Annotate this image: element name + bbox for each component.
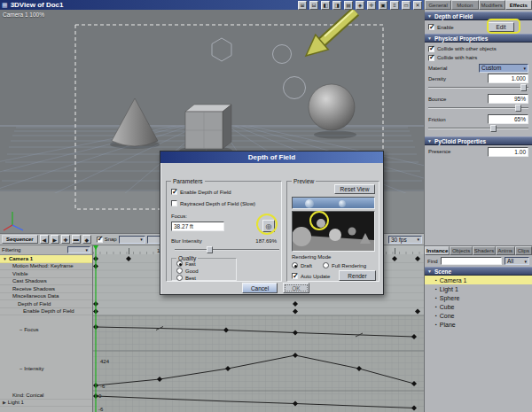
key-mode-button[interactable]: ◆ — [82, 235, 91, 244]
cancel-button[interactable]: Cancel — [242, 283, 278, 293]
draft-radio[interactable] — [292, 262, 298, 268]
scene-item-cube[interactable]: ▪ Cube — [425, 302, 532, 311]
tab-instance[interactable]: Instance — [425, 246, 450, 255]
toolbar-button[interactable]: ◨ — [332, 1, 341, 10]
presence-input[interactable]: 1.00 — [488, 147, 528, 157]
section-physical-properties[interactable]: ▼ Physical Properties — [425, 34, 532, 43]
dialog-titlebar[interactable]: Depth of Field — [160, 152, 383, 163]
snap-checkbox[interactable] — [97, 237, 103, 243]
tab-motion[interactable]: Motion — [451, 0, 478, 10]
forward-button[interactable]: ▶ — [51, 235, 59, 244]
bounce-input[interactable]: 95% — [488, 94, 528, 104]
filter-dropdown[interactable]: All ▾ — [505, 257, 529, 265]
tree-item[interactable]: Motion Method: Keyframe — [0, 263, 92, 271]
delete-key-button[interactable]: ▬ — [72, 235, 81, 244]
blur-intensity-slider[interactable] — [175, 246, 279, 253]
scene-item-light[interactable]: ▪ Light 1 — [425, 284, 532, 293]
close-button[interactable]: ✕ — [413, 1, 422, 10]
main-titlebar[interactable]: ▦ 3DView of Doc1 ⊞ ⊟ ◧ ◨ ▤ ◈ ✛ ▣ ≡ ▭ ✕ — [0, 0, 424, 10]
enable-dof-checkbox[interactable] — [171, 189, 177, 195]
good-radio[interactable] — [176, 268, 183, 274]
scene-item-camera[interactable]: ▪ Camera 1 — [425, 276, 532, 284]
tab-sequencer[interactable]: Sequencer — [2, 235, 38, 244]
toolbar-button[interactable]: ◧ — [321, 1, 330, 10]
track-label-intensity[interactable]: − Intensity — [20, 366, 44, 371]
focus-graph[interactable] — [93, 315, 424, 351]
tab-objects[interactable]: Objects — [450, 246, 473, 255]
filtering-row[interactable]: Filtering ▾ — [0, 245, 92, 255]
tree-item[interactable]: Receive Shadows — [0, 285, 92, 293]
full-rendering-option[interactable]: Full Rendering — [323, 262, 366, 268]
sphere-object[interactable] — [309, 84, 355, 130]
tab-anims[interactable]: Anims — [496, 246, 515, 255]
focus-picker-button[interactable]: ◎ — [262, 220, 275, 232]
section-pycloid-properties[interactable]: ▼ PyCloid Properties — [425, 136, 532, 145]
tab-general[interactable]: General — [425, 0, 451, 10]
raytraced-checkbox[interactable] — [171, 200, 177, 206]
tree-item[interactable]: Enable Depth of Field — [0, 308, 92, 316]
draft-option[interactable]: Draft — [292, 262, 312, 268]
collide-hairs-checkbox[interactable] — [428, 55, 434, 61]
filtering-dropdown[interactable]: ▾ — [67, 246, 90, 253]
toolbar-button[interactable]: ▤ — [344, 1, 353, 10]
reset-view-button[interactable]: Reset View — [334, 184, 375, 194]
tab-clips[interactable]: Clips — [515, 246, 532, 255]
edit-dof-button[interactable]: Edit — [488, 22, 514, 32]
toolbar-button[interactable]: ⊞ — [298, 1, 307, 10]
chevron-collapsed-icon[interactable]: ▶ — [3, 400, 6, 405]
bounce-slider[interactable] — [428, 105, 528, 112]
tree-item-kind[interactable]: Kind: Conical — [0, 392, 92, 400]
slider-thumb[interactable] — [515, 105, 521, 112]
tab-effects[interactable]: Effects — [505, 0, 532, 10]
preview-thumbnail-strip[interactable] — [292, 197, 375, 209]
mode-dropdown[interactable]: ▾ — [119, 236, 145, 244]
material-dropdown[interactable]: Custom ▾ — [479, 64, 528, 73]
ok-button[interactable]: OK — [283, 283, 309, 293]
section-depth-of-field[interactable]: ▼ Depth of Field — [425, 12, 532, 20]
scene-item-cone[interactable]: ▪ Cone — [425, 311, 532, 320]
auto-update-checkbox[interactable] — [292, 273, 298, 279]
tree-item-camera[interactable]: ▼ Camera 1 — [0, 255, 92, 263]
collapse-icon[interactable]: − — [20, 327, 23, 332]
render-button[interactable]: Render — [339, 270, 376, 281]
track-label-focus[interactable]: − Focus — [20, 327, 39, 332]
scene-item-sphere[interactable]: ▪ Sphere — [425, 293, 532, 302]
tree-item-light[interactable]: ▶ Light 1 — [0, 400, 92, 408]
density-slider[interactable] — [428, 84, 528, 91]
preview-render-image[interactable] — [292, 211, 375, 252]
slider-thumb[interactable] — [520, 84, 527, 91]
rewind-button[interactable]: ◀ — [40, 235, 49, 244]
slider-thumb[interactable] — [207, 246, 213, 253]
friction-slider[interactable] — [428, 125, 528, 132]
add-key-button[interactable]: ✚ — [61, 235, 70, 244]
best-radio[interactable] — [176, 275, 183, 281]
scene-item-plane[interactable]: ▪ Plane — [425, 320, 532, 329]
toolbar-button[interactable]: ◈ — [356, 1, 364, 10]
slider-thumb[interactable] — [490, 125, 497, 132]
collide-objects-checkbox[interactable] — [428, 46, 434, 52]
tree-item[interactable]: Cast Shadows — [0, 278, 92, 286]
full-rendering-radio[interactable] — [323, 262, 329, 268]
quality-good-option[interactable]: Good — [176, 268, 199, 274]
focus-input[interactable]: 38.27 ft — [171, 222, 224, 231]
collapse-icon[interactable]: − — [20, 366, 23, 371]
minimize-button[interactable]: ▭ — [402, 1, 411, 10]
toolbar-button[interactable]: ≡ — [390, 1, 399, 10]
tree-item[interactable]: Visible — [0, 270, 92, 278]
find-input[interactable] — [441, 257, 502, 265]
tab-shaders[interactable]: Shaders — [473, 246, 496, 255]
tree-item[interactable]: Depth of Field — [0, 300, 92, 308]
cube-object[interactable] — [185, 105, 231, 149]
secondary-graph[interactable]: 0 -6 — [93, 391, 424, 412]
tree-item[interactable]: Miscellaneous Data — [0, 293, 92, 301]
toolbar-button[interactable]: ✛ — [367, 1, 376, 10]
fps-dropdown[interactable]: 30 fps ▾ — [388, 236, 422, 244]
quality-fast-option[interactable]: Fast — [176, 260, 196, 267]
density-input[interactable]: 1.000 — [488, 74, 528, 83]
fast-radio[interactable] — [176, 260, 183, 267]
friction-input[interactable]: 65% — [488, 114, 528, 124]
enable-dof-checkbox[interactable] — [428, 24, 434, 30]
quality-best-option[interactable]: Best — [176, 275, 196, 281]
intensity-graph[interactable]: 424 -6 — [93, 351, 424, 391]
toolbar-button[interactable]: ▣ — [379, 1, 387, 10]
